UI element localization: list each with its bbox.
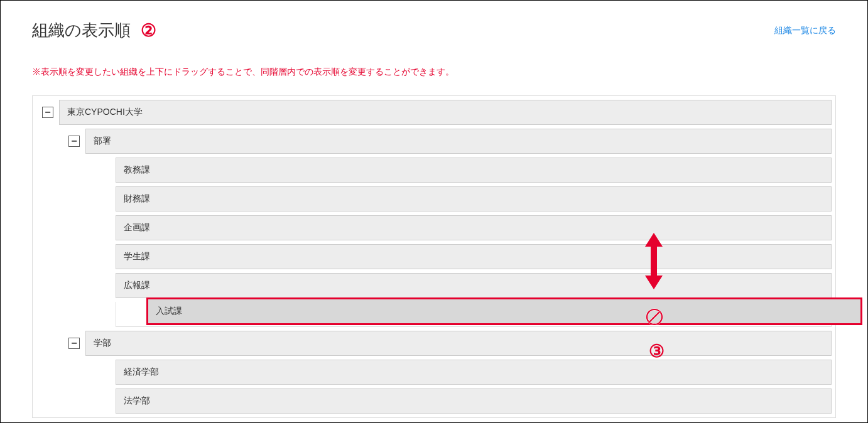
collapse-icon[interactable]: −	[68, 338, 80, 349]
org-item[interactable]: 学生課	[116, 244, 832, 269]
root-children: − 部署 教務課 財務課 企画課 学生課 広報課	[63, 129, 832, 414]
group-label[interactable]: 学部	[85, 331, 832, 356]
org-item[interactable]: 財務課	[116, 186, 832, 212]
org-tree: − 東京CYPOCHI大学 − 部署 教務課 財務課 企	[32, 95, 836, 418]
updown-arrow-icon	[644, 233, 664, 289]
hint-text: ※表示順を変更したい組織を上下にドラッグすることで、同階層内での表示順を変更する…	[32, 67, 836, 78]
svg-marker-0	[645, 233, 663, 289]
app-frame: 組織の表示順 ② 組織一覧に戻る ※表示順を変更したい組織を上下にドラッグするこ…	[0, 0, 868, 423]
svg-line-4	[649, 312, 660, 323]
org-item[interactable]: 経済学部	[116, 360, 832, 385]
group-label[interactable]: 部署	[85, 129, 832, 154]
collapse-icon[interactable]: −	[68, 136, 80, 147]
page-title: 組織の表示順 ②	[32, 19, 156, 41]
dragging-org-item[interactable]: 入試課	[146, 297, 862, 325]
no-drop-cursor-icon	[645, 308, 664, 326]
marker-2-icon: ②	[141, 20, 156, 41]
org-item[interactable]: 法学部	[116, 388, 832, 414]
collapse-icon[interactable]: −	[42, 107, 53, 118]
title-text: 組織の表示順	[32, 19, 131, 41]
tree-root: − 東京CYPOCHI大学 − 部署 教務課 財務課 企	[36, 100, 832, 414]
tree-group-gakubu: − 学部 経済学部 法学部	[63, 331, 832, 414]
org-item[interactable]: 広報課	[116, 273, 832, 298]
org-item[interactable]: 企画課	[116, 215, 832, 240]
group2-children: 経済学部 法学部	[89, 360, 832, 414]
org-root-label[interactable]: 東京CYPOCHI大学	[59, 100, 832, 125]
marker-3-icon: ③	[649, 341, 665, 361]
back-link[interactable]: 組織一覧に戻る	[774, 25, 836, 36]
org-item[interactable]: 教務課	[116, 158, 832, 183]
header-row: 組織の表示順 ② 組織一覧に戻る	[32, 19, 836, 41]
